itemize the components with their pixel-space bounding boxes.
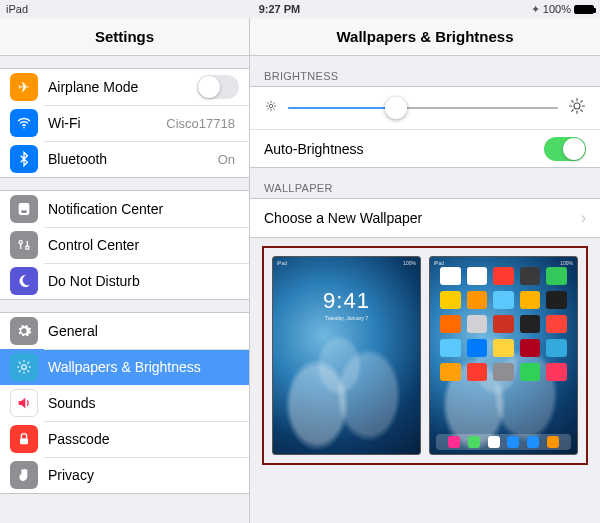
chevron-right-icon: › (581, 209, 586, 227)
svg-point-15 (269, 104, 273, 108)
notification-center-label: Notification Center (48, 201, 239, 217)
svg-line-32 (581, 101, 583, 103)
app-icon (493, 267, 514, 285)
app-icon (520, 315, 541, 333)
bluetooth-label: Bluetooth (48, 151, 218, 167)
app-icon (493, 339, 514, 357)
statusbar-device: iPad (6, 3, 28, 15)
preview-home-screen[interactable]: iPad100% (429, 256, 578, 455)
sidebar-group-notifications: Notification Center Control Center Do No… (0, 190, 249, 300)
gear-icon (10, 317, 38, 345)
sounds-label: Sounds (48, 395, 239, 411)
row-sounds[interactable]: Sounds (0, 385, 249, 421)
svg-line-22 (268, 109, 269, 110)
sidebar-group-connectivity: ✈ Airplane Mode Wi-Fi Cisco17718 Bluetoo… (0, 68, 249, 178)
svg-line-29 (572, 101, 574, 103)
brightness-header: BRIGHTNESS (250, 56, 600, 86)
row-notification-center[interactable]: Notification Center (0, 191, 249, 227)
svg-point-4 (26, 246, 29, 249)
svg-rect-1 (19, 203, 30, 215)
app-icon (493, 291, 514, 309)
choose-wallpaper-row[interactable]: Choose a New Wallpaper › (250, 198, 600, 238)
row-wallpapers-brightness[interactable]: Wallpapers & Brightness (0, 349, 249, 385)
lock-preview-time: 9:41 (273, 288, 420, 314)
app-icon (440, 363, 461, 381)
dock-app-icon (488, 436, 500, 448)
dock-app-icon (468, 436, 480, 448)
wifi-label: Wi-Fi (48, 115, 166, 131)
app-icon (546, 291, 567, 309)
sounds-icon (10, 389, 38, 417)
wifi-icon (10, 109, 38, 137)
svg-point-24 (574, 103, 580, 109)
control-center-icon (10, 231, 38, 259)
lock-icon (10, 425, 38, 453)
app-icon (440, 315, 461, 333)
svg-line-10 (19, 362, 21, 364)
app-icon (546, 339, 567, 357)
control-center-label: Control Center (48, 237, 239, 253)
sun-max-icon (568, 97, 586, 119)
bluetooth-value: On (218, 152, 235, 167)
brightness-icon (10, 353, 38, 381)
svg-line-12 (19, 370, 21, 372)
sidebar-title: Settings (0, 18, 249, 56)
app-icon (493, 315, 514, 333)
svg-line-31 (572, 110, 574, 112)
svg-point-3 (19, 241, 22, 244)
statusbar-right: ✦ 100% (531, 3, 594, 16)
row-bluetooth[interactable]: Bluetooth On (0, 141, 249, 177)
airplane-label: Airplane Mode (48, 79, 197, 95)
app-icon (467, 267, 488, 285)
wallpaper-header: WALLPAPER (250, 168, 600, 198)
row-passcode[interactable]: Passcode (0, 421, 249, 457)
brightness-slider[interactable] (288, 107, 558, 109)
app-icon (467, 315, 488, 333)
auto-brightness-label: Auto-Brightness (264, 141, 364, 157)
sun-min-icon (264, 99, 278, 117)
app-icon (520, 291, 541, 309)
dock-app-icon (448, 436, 460, 448)
preview-lock-screen[interactable]: iPad100% 9:41 Tuesday, January 7 (272, 256, 421, 455)
svg-line-21 (274, 109, 275, 110)
row-do-not-disturb[interactable]: Do Not Disturb (0, 263, 249, 299)
app-icon (440, 291, 461, 309)
settings-sidebar: Settings ✈ Airplane Mode Wi-Fi Cisco1771… (0, 18, 250, 523)
row-control-center[interactable]: Control Center (0, 227, 249, 263)
row-general[interactable]: General (0, 313, 249, 349)
detail-title: Wallpapers & Brightness (250, 18, 600, 56)
wb-label: Wallpapers & Brightness (48, 359, 239, 375)
app-icon (520, 363, 541, 381)
choose-wallpaper-label: Choose a New Wallpaper (264, 210, 422, 226)
status-bar: iPad 9:27 PM ✦ 100% (0, 0, 600, 18)
svg-line-30 (581, 110, 583, 112)
bluetooth-status-icon: ✦ (531, 3, 540, 16)
auto-brightness-switch[interactable] (544, 137, 586, 161)
svg-point-5 (22, 365, 27, 370)
app-icon (493, 363, 514, 381)
airplane-icon: ✈ (10, 73, 38, 101)
privacy-label: Privacy (48, 467, 239, 483)
app-icon (440, 339, 461, 357)
app-icon (520, 267, 541, 285)
row-airplane-mode[interactable]: ✈ Airplane Mode (0, 69, 249, 105)
statusbar-time: 9:27 PM (28, 3, 531, 15)
app-icon (467, 291, 488, 309)
wifi-value: Cisco17718 (166, 116, 235, 131)
passcode-label: Passcode (48, 431, 239, 447)
app-icon (467, 339, 488, 357)
auto-brightness-row[interactable]: Auto-Brightness (250, 129, 600, 167)
app-icon (520, 339, 541, 357)
row-privacy[interactable]: Privacy (0, 457, 249, 493)
wallpaper-previews: iPad100% 9:41 Tuesday, January 7 iPad100… (262, 246, 588, 465)
airplane-switch[interactable] (197, 75, 239, 99)
row-wifi[interactable]: Wi-Fi Cisco17718 (0, 105, 249, 141)
brightness-panel: Auto-Brightness (250, 86, 600, 168)
dock-app-icon (547, 436, 559, 448)
svg-line-11 (27, 370, 29, 372)
svg-rect-14 (20, 438, 28, 444)
app-icon (546, 267, 567, 285)
dnd-label: Do Not Disturb (48, 273, 239, 289)
svg-line-23 (274, 103, 275, 104)
svg-point-0 (23, 127, 25, 129)
